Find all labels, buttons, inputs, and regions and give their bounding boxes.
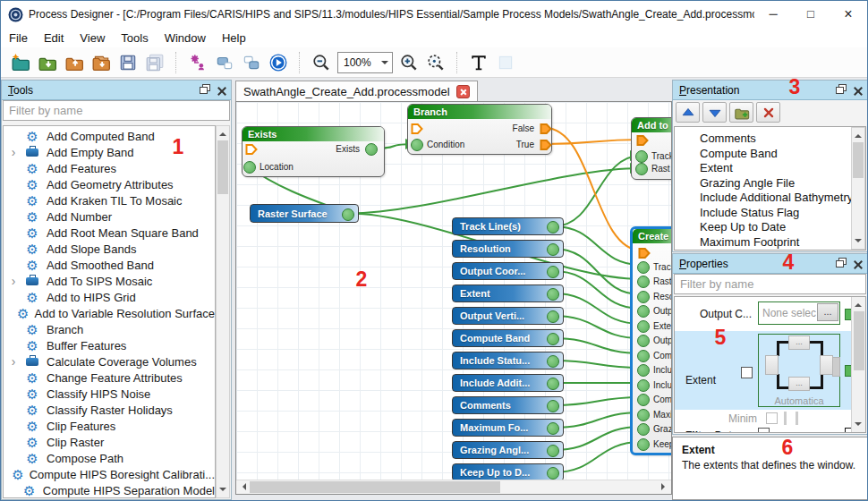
scroll-up-icon[interactable] <box>855 300 862 307</box>
presentation-item[interactable]: Comments <box>675 132 865 147</box>
p7-port[interactable] <box>637 350 650 362</box>
presentation-item[interactable]: Grazing Angle File <box>675 176 865 191</box>
properties-filter-input[interactable] <box>674 274 866 294</box>
location-port[interactable] <box>243 161 256 174</box>
presentation-item[interactable]: Include Additional Bathymetry <box>675 191 865 206</box>
properties-scrollbar[interactable] <box>851 297 865 432</box>
output-port[interactable] <box>547 400 559 412</box>
tool-item[interactable]: ›Calculate Coverage Volumes <box>4 353 215 369</box>
scroll-down-icon[interactable] <box>855 422 862 429</box>
track-port[interactable] <box>635 150 648 163</box>
tool-item[interactable]: ⚙Buffer Features <box>4 337 215 353</box>
param-node-compute_band[interactable]: Compute Band <box>452 329 564 347</box>
move-up-button[interactable] <box>676 102 700 123</box>
tool-item[interactable]: ⚙Compose Path <box>4 450 215 466</box>
scroll-thumb[interactable] <box>217 140 228 194</box>
save-all-button[interactable] <box>142 50 167 75</box>
tool-item[interactable]: ⚙Compute HIPS Boresight Calibrati... <box>4 466 215 482</box>
minimum-checkbox[interactable] <box>766 412 778 424</box>
tool-item[interactable]: ⚙Add Features <box>4 160 215 176</box>
close-panel-icon[interactable] <box>217 86 226 96</box>
canvas-horizontal-scrollbar[interactable] <box>236 480 671 494</box>
swatch-button[interactable] <box>493 50 518 75</box>
presentation-item[interactable]: Compute Band <box>675 147 865 162</box>
filter-data-checkbox[interactable] <box>758 428 770 433</box>
add-process-button[interactable] <box>185 50 210 75</box>
param-node-track_lines[interactable]: Track Line(s) <box>452 217 564 235</box>
output-port[interactable] <box>547 333 559 345</box>
minimize-button[interactable]: ─ <box>754 1 792 28</box>
tool-item[interactable]: ⚙Add to HIPS Grid <box>4 289 215 305</box>
delete-preset-button[interactable] <box>756 102 780 123</box>
zoom-out-button[interactable] <box>309 50 334 75</box>
presentation-item[interactable]: Include Status Flag <box>675 206 865 221</box>
extent-left-button[interactable] <box>765 355 779 375</box>
extent-side-button[interactable] <box>832 357 840 377</box>
scroll-down-icon[interactable] <box>219 488 226 495</box>
menu-window[interactable]: Window <box>157 31 214 45</box>
new-button[interactable] <box>8 50 33 75</box>
expand-chevron-icon[interactable]: › <box>4 275 23 287</box>
extent-right-button[interactable] <box>820 355 833 375</box>
tab-close-icon[interactable] <box>456 85 470 98</box>
zoom-in-button[interactable] <box>396 50 421 75</box>
param-node-output_coor[interactable]: Output Coor... <box>452 262 564 280</box>
tool-item[interactable]: ⚙Clip Features <box>4 418 215 434</box>
tool-item[interactable]: ⚙Add Kraken TIL To Mosaic <box>4 192 215 208</box>
tool-item[interactable]: ⚙Classify Raster Holidays <box>4 402 215 418</box>
param-node-keep_up[interactable]: Keep Up to D... <box>452 463 564 481</box>
paste-button[interactable] <box>239 50 264 75</box>
p9-port[interactable] <box>637 379 650 392</box>
expand-chevron-icon[interactable]: › <box>4 146 23 158</box>
output-port[interactable] <box>547 378 559 390</box>
save-button[interactable] <box>115 50 140 75</box>
output-coordinate-picker[interactable]: None selec ... <box>758 301 840 325</box>
scroll-thumb[interactable] <box>854 311 864 370</box>
expand-chevron-icon[interactable]: › <box>4 355 23 368</box>
scroll-up-icon[interactable] <box>855 131 862 138</box>
scroll-up-icon[interactable] <box>219 129 226 136</box>
output-port[interactable] <box>547 445 559 457</box>
p11-port[interactable] <box>637 409 650 421</box>
tool-item[interactable]: ⚙Add Geometry Attributes <box>4 176 215 192</box>
process-canvas[interactable]: Raster SurfaceTrack Line(s)ResolutionOut… <box>235 101 672 495</box>
presentation-item[interactable]: Keep Up to Date <box>675 220 865 235</box>
zoom-level-combo[interactable]: 100% <box>337 52 393 73</box>
param-node-grazing_angl[interactable]: Grazing Angl... <box>452 441 564 459</box>
presentation-item[interactable]: Extent <box>675 161 865 176</box>
menu-view[interactable]: View <box>72 31 113 45</box>
tool-item[interactable]: ⚙Branch <box>4 321 215 337</box>
output-port[interactable] <box>547 422 559 435</box>
output-port[interactable] <box>547 310 559 323</box>
menu-help[interactable]: Help <box>214 31 254 45</box>
process-node-createh[interactable]: Create HTrackRastResoOutpExteOutpComIncl… <box>630 226 672 455</box>
param-node-raster_surface[interactable]: Raster Surface <box>250 204 359 223</box>
tool-item[interactable]: ⚙Add Root Mean Square Band <box>4 225 215 241</box>
condition-port[interactable] <box>411 139 423 151</box>
open-button[interactable] <box>35 50 60 75</box>
copy-button[interactable] <box>212 50 237 75</box>
output-port[interactable] <box>547 221 559 234</box>
export-button[interactable] <box>89 50 114 75</box>
tool-item[interactable]: ⚙Clip Raster <box>4 434 215 450</box>
param-node-include_addit[interactable]: Include Addit... <box>452 374 564 392</box>
close-button[interactable]: × <box>830 1 867 28</box>
presentation-item[interactable]: Maximum Footprint <box>675 235 865 250</box>
menu-file[interactable]: File <box>1 31 36 45</box>
flow-input-port[interactable] <box>245 143 258 156</box>
run-button[interactable] <box>266 50 291 75</box>
false-port[interactable] <box>540 123 552 135</box>
float-panel-icon[interactable] <box>200 84 210 97</box>
extent-widget[interactable]: ... ... Automatica <box>758 334 840 407</box>
tools-filter-input[interactable] <box>3 100 230 121</box>
param-node-maximum_fo[interactable]: Maximum Fo... <box>452 419 564 437</box>
close-panel-icon[interactable] <box>853 259 863 269</box>
param-node-include_statu[interactable]: Include Statu... <box>452 352 564 369</box>
scroll-thumb[interactable] <box>250 481 500 493</box>
param-node-resolution[interactable]: Resolution <box>452 240 564 258</box>
scroll-left-icon[interactable] <box>239 483 246 490</box>
tool-item[interactable]: ⚙Change Feature Attributes <box>4 369 215 386</box>
zoom-fit-button[interactable] <box>423 50 448 75</box>
scroll-thumb[interactable] <box>853 142 864 178</box>
scroll-right-icon[interactable] <box>661 483 668 490</box>
